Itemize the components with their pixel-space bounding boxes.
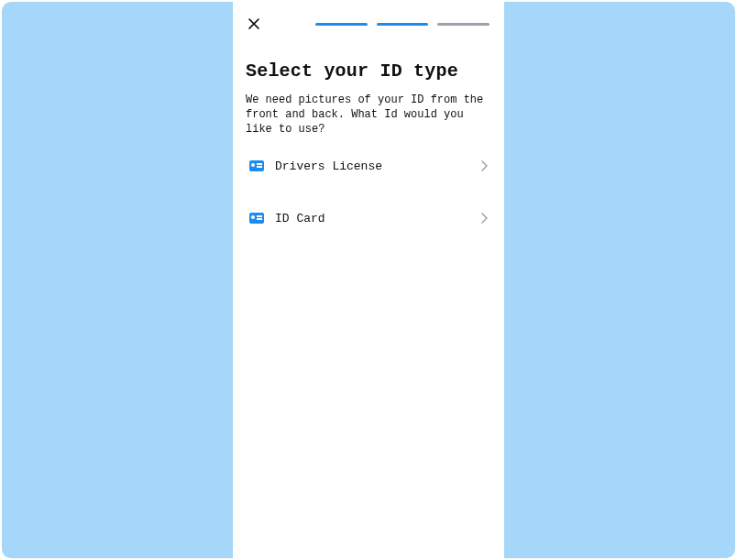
- content-area: Select your ID type We need pictures of …: [246, 33, 491, 231]
- progress-segment-3: [437, 23, 490, 26]
- modal-panel: Select your ID type We need pictures of …: [233, 2, 504, 558]
- close-icon: [248, 18, 259, 29]
- top-bar: [246, 15, 491, 33]
- option-id-card[interactable]: ID Card: [246, 206, 491, 231]
- id-options-list: Drivers License ID Card: [246, 154, 491, 231]
- progress-segment-1: [315, 23, 368, 26]
- app-frame: Select your ID type We need pictures of …: [2, 2, 735, 558]
- close-button[interactable]: [246, 16, 262, 32]
- option-label: ID Card: [275, 212, 469, 225]
- chevron-right-icon: [480, 213, 488, 224]
- id-card-icon: [249, 160, 264, 171]
- progress-segment-2: [377, 23, 429, 26]
- progress-bar: [315, 23, 490, 26]
- option-label: Drivers License: [275, 159, 469, 173]
- option-drivers-license[interactable]: Drivers License: [246, 154, 491, 179]
- page-subtitle: We need pictures of your ID from the fro…: [246, 93, 491, 137]
- backdrop-right: [504, 2, 735, 558]
- id-card-icon: [249, 213, 264, 224]
- page-title: Select your ID type: [246, 60, 491, 82]
- chevron-right-icon: [480, 160, 488, 171]
- backdrop-left: [2, 2, 233, 558]
